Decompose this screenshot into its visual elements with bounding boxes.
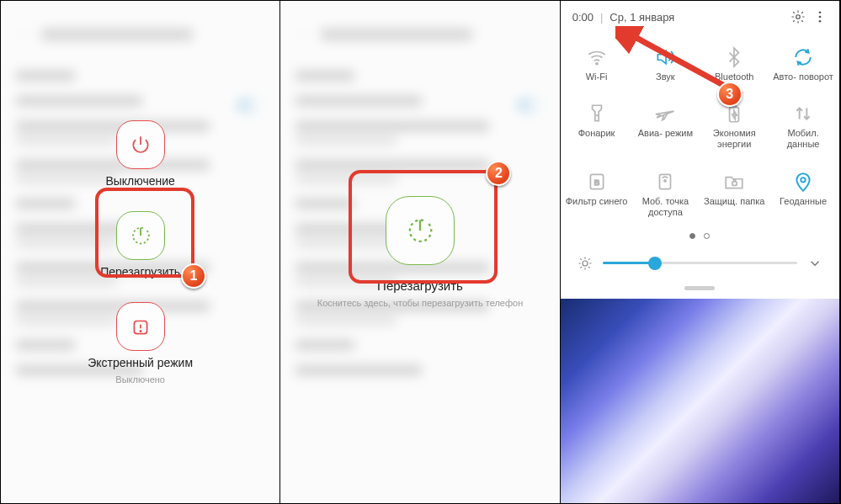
qs-bluefilter[interactable]: B Фильтр синего bbox=[562, 159, 631, 226]
svg-rect-12 bbox=[732, 182, 737, 185]
qs-securefolder[interactable]: Защищ. папка bbox=[700, 159, 769, 226]
qs-autorotate[interactable]: Авто- поворот bbox=[769, 34, 838, 91]
status-bar: 0:00 | Ср, 1 января bbox=[561, 1, 839, 29]
qs-sound[interactable]: Звук bbox=[631, 34, 700, 91]
restart-button[interactable]: Перезагрузить bbox=[100, 211, 180, 279]
svg-point-3 bbox=[819, 11, 822, 13]
restart-confirm-label: Перезагрузить bbox=[377, 279, 463, 293]
svg-point-5 bbox=[819, 20, 822, 23]
folder-lock-icon bbox=[723, 171, 745, 193]
restart-label: Перезагрузить bbox=[100, 265, 180, 279]
restart-icon bbox=[129, 224, 152, 247]
brightness-row bbox=[561, 251, 839, 286]
svg-point-2 bbox=[796, 15, 801, 19]
location-icon bbox=[792, 171, 814, 193]
qs-wifi[interactable]: Wi-Fi bbox=[562, 34, 631, 91]
chevron-down-icon[interactable] bbox=[807, 256, 822, 271]
qs-flashlight[interactable]: Фонарик bbox=[562, 91, 631, 158]
panel-power-menu: ← Выключение Перезагрузить Эк bbox=[1, 1, 280, 503]
svg-point-1 bbox=[140, 330, 141, 331]
wifi-icon bbox=[586, 46, 608, 68]
svg-point-11 bbox=[664, 179, 666, 181]
svg-text:B: B bbox=[593, 178, 599, 187]
sound-icon bbox=[654, 46, 676, 68]
emergency-button[interactable]: Экстренный режим Выключено bbox=[88, 302, 193, 385]
wallpaper bbox=[561, 299, 839, 503]
qs-location[interactable]: Геоданные bbox=[769, 159, 838, 226]
qs-hotspot[interactable]: Моб. точка доступа bbox=[631, 159, 700, 226]
svg-point-6 bbox=[595, 63, 597, 65]
gear-icon[interactable] bbox=[790, 9, 806, 24]
restart-confirm-button[interactable]: Перезагрузить bbox=[377, 196, 463, 293]
emergency-sub: Выключено bbox=[115, 374, 165, 385]
quick-settings-grid: Wi-Fi Звук Bluetooth Авто- поворот Фонар… bbox=[561, 29, 839, 226]
autorotate-icon bbox=[792, 46, 814, 68]
restart-hint: Коснитесь здесь, чтобы перезагрузить тел… bbox=[317, 298, 523, 308]
qs-mobiledata[interactable]: Мобил. данные bbox=[769, 91, 838, 158]
mobiledata-icon bbox=[792, 103, 814, 125]
page-indicator[interactable] bbox=[561, 226, 839, 251]
restart-confirm-overlay: Перезагрузить Коснитесь здесь, чтобы пер… bbox=[280, 1, 559, 503]
more-icon[interactable] bbox=[812, 9, 828, 24]
panel-restart-confirm: ← Перезагрузить Коснитесь здесь, чтобы п… bbox=[280, 1, 560, 503]
hotspot-icon bbox=[654, 171, 676, 193]
bluetooth-icon bbox=[723, 46, 745, 68]
emergency-icon bbox=[130, 316, 152, 337]
bluefilter-icon: B bbox=[586, 171, 608, 193]
power-off-label: Выключение bbox=[105, 174, 174, 188]
svg-point-13 bbox=[801, 178, 805, 182]
brightness-slider[interactable] bbox=[603, 262, 797, 264]
svg-point-4 bbox=[819, 16, 822, 19]
panel-quick-settings: 0:00 | Ср, 1 января Wi-Fi Звук Bluetooth… bbox=[561, 1, 840, 503]
power-off-button[interactable]: Выключение bbox=[105, 120, 174, 188]
brightness-icon bbox=[578, 256, 593, 271]
step3-badge: 3 bbox=[717, 82, 743, 107]
step1-badge: 1 bbox=[181, 263, 206, 289]
emergency-label: Экстренный режим bbox=[88, 356, 193, 369]
status-date[interactable]: Ср, 1 января bbox=[609, 11, 674, 24]
svg-point-14 bbox=[583, 261, 588, 266]
power-menu-overlay: Выключение Перезагрузить Экстренный режи… bbox=[1, 1, 279, 503]
airplane-icon bbox=[654, 103, 676, 125]
qs-airplane[interactable]: Авиа- режим bbox=[631, 91, 700, 158]
flashlight-icon bbox=[586, 103, 608, 125]
restart-icon bbox=[404, 215, 436, 247]
power-icon bbox=[130, 134, 152, 156]
drag-handle[interactable] bbox=[684, 286, 715, 290]
status-time: 0:00 bbox=[572, 11, 593, 24]
